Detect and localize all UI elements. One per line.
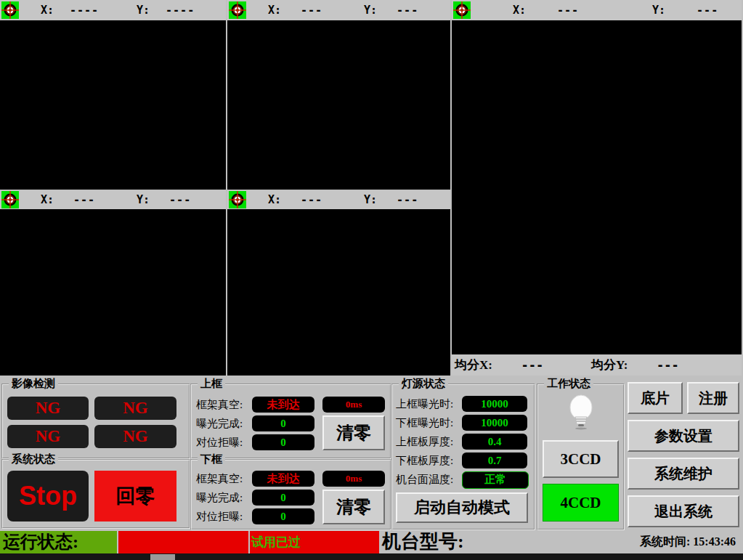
lamp-bulb-icon — [566, 394, 596, 440]
stop-button[interactable]: Stop — [7, 471, 89, 522]
light-source-title: 灯源状态 — [399, 377, 448, 390]
lower-exposure-time-label: 下框曝光时: — [396, 415, 453, 431]
camera-header-2: X: --- Y: --- — [227, 0, 450, 20]
exit-system-button[interactable]: 退出系统 — [628, 495, 739, 527]
x-label: X: — [41, 193, 54, 206]
avg-x-label: 均分X: — [455, 357, 492, 373]
lower-plate-thickness-label: 下框板厚度: — [396, 453, 453, 468]
x-value: --- — [54, 193, 115, 206]
detection-result-3[interactable]: NG — [7, 425, 89, 448]
machine-model-label: 机台型号: — [382, 529, 464, 554]
system-time-label: 系统时间: — [640, 535, 690, 548]
x-value: --- — [526, 4, 610, 17]
crosshair-target-icon — [1, 1, 19, 19]
y-label: Y: — [652, 4, 665, 17]
camera-header-1: X: ---- Y: ---- — [0, 0, 226, 20]
y-value: --- — [150, 193, 211, 206]
x-label: X: — [513, 4, 526, 17]
y-label: Y: — [364, 193, 377, 206]
camera-view-4 — [0, 209, 226, 376]
align-reject-count: 0 — [252, 508, 314, 524]
work-status-title: 工作状态 — [544, 377, 593, 390]
detection-result-4[interactable]: NG — [94, 425, 176, 448]
camera-header-4: X: --- Y: --- — [0, 190, 226, 209]
camera-view-1 — [0, 20, 226, 190]
run-status-label: 运行状态: — [0, 531, 117, 553]
lower-clear-button[interactable]: 清零 — [322, 490, 385, 524]
x-value: --- — [281, 193, 342, 206]
upper-plate-thickness-value: 0.4 — [462, 434, 527, 450]
run-status-indicator — [118, 531, 248, 553]
average-coordinates-bar: 均分X: --- 均分Y: --- — [452, 354, 742, 376]
parameter-settings-button[interactable]: 参数设置 — [628, 420, 739, 452]
system-status-group: 系统状态 Stop 回零 — [1, 459, 190, 529]
x-value: ---- — [54, 4, 115, 17]
trial-expired-text: 试用已过 — [250, 535, 301, 549]
x-label: X: — [268, 4, 281, 17]
y-value: ---- — [150, 4, 211, 17]
system-time: 系统时间: 15:43:46 — [640, 535, 736, 550]
align-reject-label: 对位拒曝: — [196, 434, 243, 450]
upper-frame-group: 上框 框架真空: 未到达 0ms 曝光完成: 0 对位拒曝: 0 清零 — [190, 384, 391, 459]
crosshair-target-icon — [453, 1, 471, 19]
exposure-done-count: 0 — [252, 490, 314, 506]
bottom-edge-strip — [0, 553, 743, 560]
crosshair-target-icon — [1, 191, 19, 208]
avg-y-label: 均分Y: — [591, 357, 628, 373]
vacuum-label: 框架真空: — [196, 471, 243, 487]
exposure-done-label: 曝光完成: — [196, 415, 243, 431]
detection-result-2[interactable]: NG — [94, 397, 176, 420]
camera-view-5 — [227, 209, 450, 376]
exposure-done-count: 0 — [252, 415, 314, 431]
image-detection-title: 影像检测 — [9, 377, 58, 390]
avg-x-value: --- — [492, 358, 572, 373]
camera-header-3: X: --- Y: --- — [452, 0, 742, 20]
machine-control-screen: X: ---- Y: ---- X: --- Y: --- X: --- Y: … — [0, 0, 743, 560]
upper-clear-button[interactable]: 清零 — [322, 415, 385, 450]
crosshair-target-icon — [229, 191, 246, 208]
camera-view-2 — [227, 20, 450, 190]
lower-frame-title: 下框 — [198, 453, 225, 466]
film-button[interactable]: 底片 — [628, 382, 683, 414]
y-value: --- — [377, 4, 438, 17]
y-label: Y: — [364, 4, 377, 17]
y-label: Y: — [137, 4, 150, 17]
y-value: --- — [665, 4, 743, 17]
camera-view-3 — [452, 20, 742, 354]
table-temperature-value: 正常 — [462, 471, 529, 489]
ccd4-mode-button[interactable]: 4CCD — [543, 484, 619, 522]
x-value: --- — [281, 4, 342, 17]
vacuum-status: 未到达 — [252, 471, 314, 487]
image-detection-group: 影像检测 NG NG NG NG — [1, 384, 190, 459]
crosshair-target-icon — [229, 1, 246, 19]
align-reject-count: 0 — [252, 434, 314, 450]
vacuum-time: 0ms — [322, 397, 385, 413]
upper-plate-thickness-label: 上框板厚度: — [396, 434, 453, 450]
lower-frame-group: 下框 框架真空: 未到达 0ms 曝光完成: 0 对位拒曝: 0 清零 — [190, 459, 391, 530]
taskbar-notch — [150, 554, 175, 560]
lower-exposure-time-value: 10000 — [462, 415, 527, 431]
vacuum-status: 未到达 — [252, 397, 314, 413]
exposure-done-label: 曝光完成: — [196, 490, 243, 506]
system-time-value: 15:43:46 — [693, 535, 736, 548]
upper-exposure-time-label: 上框曝光时: — [396, 396, 453, 412]
x-label: X: — [268, 193, 281, 206]
register-button[interactable]: 注册 — [687, 382, 739, 414]
detection-result-1[interactable]: NG — [7, 397, 89, 420]
system-maintenance-button[interactable]: 系统维护 — [628, 458, 739, 490]
ccd3-mode-button[interactable]: 3CCD — [543, 440, 619, 478]
vacuum-time: 0ms — [322, 471, 385, 487]
upper-frame-title: 上框 — [198, 377, 225, 390]
x-label: X: — [41, 4, 54, 17]
y-label: Y: — [137, 193, 150, 206]
avg-y-value: --- — [628, 358, 707, 373]
camera-header-5: X: --- Y: --- — [227, 190, 450, 209]
start-auto-mode-button[interactable]: 启动自动模式 — [396, 492, 528, 523]
upper-exposure-time-value: 10000 — [462, 396, 527, 412]
system-status-title: 系统状态 — [9, 453, 58, 466]
light-source-status-group: 灯源状态 上框曝光时: 10000 下框曝光时: 10000 上框板厚度: 0.… — [391, 384, 535, 530]
home-zero-button[interactable]: 回零 — [94, 471, 176, 522]
lower-plate-thickness-value: 0.7 — [462, 453, 527, 468]
y-value: --- — [377, 193, 438, 206]
table-temperature-label: 机台面温度: — [396, 471, 453, 487]
